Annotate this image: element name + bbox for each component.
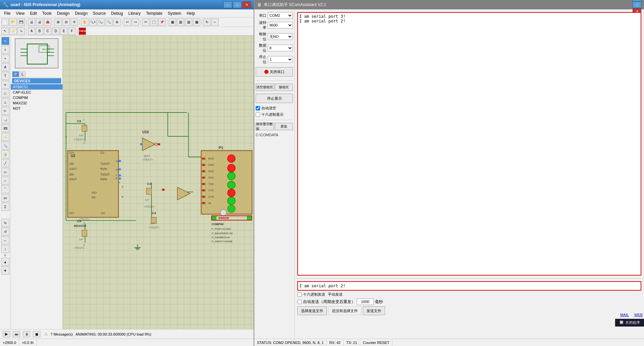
open-port-btn[interactable]: 关闭串口 [256,67,293,77]
tb-copy[interactable]: 📋 [150,18,158,26]
tool-device-pin[interactable]: ⊢ [1,107,9,115]
tool-flip-v[interactable]: ↕ [1,245,9,253]
tool-select[interactable]: ↖ [1,37,9,45]
tb2-d[interactable]: D [52,28,59,35]
data-select[interactable]: 8 [268,45,293,51]
tb-flip[interactable]: ↔ [211,18,219,26]
menu-file[interactable]: File [1,10,13,16]
panel-tab-l[interactable]: L [19,71,26,77]
tb-print2[interactable]: 🖨 [36,18,43,26]
auto-send-check[interactable] [297,300,302,304]
tool-rotate-ccw[interactable]: ↺ [1,228,9,236]
tool-circle[interactable]: ○ [1,177,9,185]
tool-box[interactable]: ▭ [1,168,9,176]
tb2-f[interactable]: F [68,28,76,35]
tb-new[interactable]: 📄 [1,18,9,26]
clear-recv-btn[interactable]: 清空接收区 [256,84,274,91]
isis-minimize-btn[interactable]: ─ [223,1,232,8]
save-display-btn[interactable]: 保存显示数据 [256,123,274,130]
tb-zoomarea[interactable]: ⊕ [113,18,121,26]
tool-flip-h[interactable]: ↔ [1,236,9,244]
stop-select[interactable]: 1 [268,56,293,63]
port-select[interactable]: COM2 [268,12,293,19]
tb2-a[interactable]: A [28,28,35,35]
menu-edit[interactable]: Edit [27,10,40,16]
tool-wire-label[interactable]: A [1,63,9,71]
tool-up[interactable]: ▲ [1,258,9,266]
tb2-wire[interactable]: ∿ [17,28,25,35]
mail-link[interactable]: MAIL [619,312,630,317]
tb2-num[interactable]: 7SEG [79,28,86,35]
panel-tab-p[interactable]: P [12,71,19,77]
tool-arc[interactable]: ⌒ [1,185,9,193]
tb-block4[interactable]: ▩ [193,18,200,26]
choose-file-btn[interactable]: 选择发送文件 [297,306,327,315]
tool-generator[interactable]: ⚡ [1,133,9,141]
tb2-component[interactable]: ⚡ [9,28,17,35]
comp-compim[interactable]: COMPIM [11,95,62,100]
recv-area-btn[interactable]: 接收区 [275,84,293,91]
send-input[interactable] [297,281,641,291]
tb-paste[interactable]: 📌 [158,18,166,26]
tool-terminal[interactable]: ⊥ [1,98,9,106]
tb-block3[interactable]: ▨ [185,18,192,26]
tb-undo[interactable]: ↩ [124,18,131,26]
tool-junction[interactable]: • [1,54,9,62]
period-input[interactable] [357,298,374,305]
tb-grid[interactable]: ⊞ [54,18,62,26]
tb-grid2[interactable]: ⊟ [62,18,70,26]
tb-cut[interactable]: ✂ [142,18,149,26]
isis-maximize-btn[interactable]: □ [233,1,242,8]
tb-print[interactable]: 🖨 [28,18,35,26]
tb-block[interactable]: ▦ [169,18,176,26]
auto-clear-check[interactable] [256,106,260,110]
tb2-c[interactable]: C [44,28,51,35]
tb-zoomfit[interactable]: 🔍 [105,18,113,26]
menu-graph[interactable]: Design [72,10,90,16]
menu-library[interactable]: Library [126,10,143,16]
menu-design[interactable]: Design [54,10,72,16]
menu-source[interactable]: Source [90,10,109,16]
baud-select[interactable]: 9600 [268,22,293,29]
tool-rotate-cw[interactable]: ↻ [1,219,9,227]
scom-maximize-btn[interactable]: □ [633,1,641,8]
menu-system[interactable]: System [165,10,184,16]
hex-send-check[interactable] [297,292,302,297]
menu-template[interactable]: Template [143,10,165,16]
comp-at89c51[interactable]: AT89C51 [11,84,62,90]
stop-display-btn[interactable]: 停止显示 [256,94,293,103]
tool-label[interactable]: 🏷 [1,194,9,202]
comp-cap-elec[interactable]: CAP-ELEC [11,90,62,95]
comp-max232[interactable]: MAX232 [11,100,62,106]
step-btn[interactable]: ⏭ [13,331,20,337]
tool-bus[interactable]: ≡ [1,81,9,89]
tb-zoomout[interactable]: 🔍- [97,18,104,26]
tool-line[interactable]: ╱ [1,159,9,167]
tb-save[interactable]: 💾 [17,18,25,26]
send-file-btn[interactable]: 发送文件 [363,306,385,315]
tb-move[interactable]: ✋ [81,18,88,26]
tool-component[interactable]: + [1,46,9,54]
tb-origin[interactable]: ✛ [71,18,78,26]
tool-battery[interactable]: 🔋 [1,150,9,158]
tool-subcircuit[interactable]: □ [1,89,9,97]
counter-reset-btn[interactable]: Counter RESET [360,339,392,346]
tb-open[interactable]: 📂 [9,18,17,26]
tool-probe[interactable]: 🔍 [1,142,9,150]
pause-btn[interactable]: ⏸ [23,331,30,337]
tb-redo[interactable]: ↪ [132,18,139,26]
tb-zoomin[interactable]: 🔍+ [89,18,96,26]
tool-tape[interactable]: 📼 [1,124,9,132]
stop-btn[interactable]: ⏹ [33,331,40,337]
play-btn[interactable]: ▶ [3,331,10,337]
comp-not[interactable]: NOT [11,106,62,111]
menu-tools[interactable]: Tools [40,10,54,16]
menu-view[interactable]: View [13,10,27,16]
hex-display-check[interactable] [256,112,260,117]
schematic-area[interactable]: U2 1IN 1OUT 2IN 2OUT T1OUT R1IN T2OUT R2… [63,36,254,329]
menu-help[interactable]: Help [184,10,198,16]
web-link[interactable]: WEB [633,312,644,317]
tool-symbol[interactable]: Σ [1,203,9,211]
studio-btn[interactable]: 🔲 关闭程序 [615,319,644,327]
tb2-select[interactable]: ↖ [1,28,9,35]
